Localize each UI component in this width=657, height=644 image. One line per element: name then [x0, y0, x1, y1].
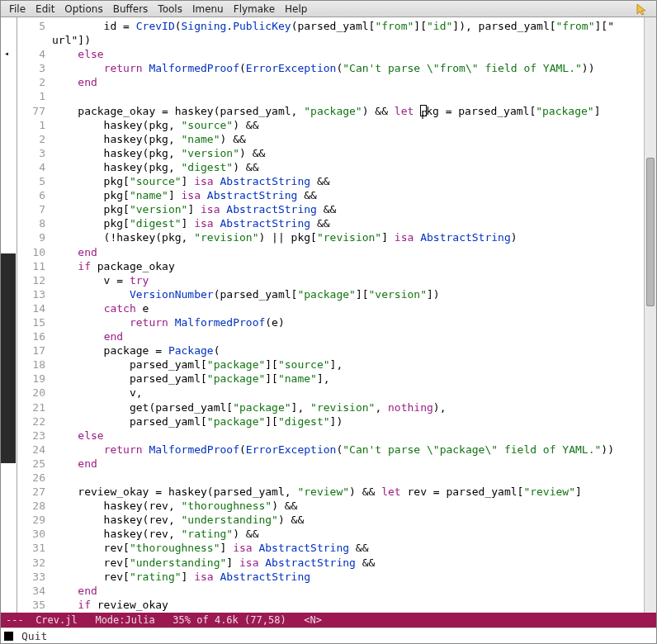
code-line: VersionNumber(parsed_yaml["package"]["ve… — [52, 287, 644, 301]
lineno: 1 — [17, 118, 52, 132]
code-line: haskey(pkg, "name") && — [52, 132, 644, 146]
modeline-position: 35% of 4.6k (77,58) — [173, 614, 286, 626]
lineno: 16 — [17, 329, 52, 343]
code-line: end — [52, 457, 644, 471]
code-line: haskey(pkg, "version") && — [52, 146, 644, 160]
code-line: get(parsed_yaml["package"], "revision", … — [52, 400, 644, 414]
fringe-left: ◂ — [1, 17, 17, 613]
scrollbar-vertical[interactable] — [644, 17, 656, 613]
lineno: 13 — [17, 287, 52, 301]
code-line: package_okay = haskey(parsed_yaml, "pack… — [52, 104, 644, 118]
code-line: (!haskey(pkg, "revision") || pkg["revisi… — [52, 230, 644, 244]
code-line — [52, 89, 644, 103]
code-line: rev["rating"] isa AbstractString — [52, 570, 644, 584]
code-line: if review_okay — [52, 598, 644, 612]
lineno: 77 — [17, 104, 52, 118]
lineno: 36 — [17, 612, 52, 613]
menu-help[interactable]: Help — [280, 3, 312, 15]
pointer-icon — [635, 2, 648, 16]
code-line: pkg["name"] isa AbstractString && — [52, 188, 644, 202]
lineno: 17 — [17, 343, 52, 358]
lineno: 5 — [17, 174, 52, 188]
lineno: 15 — [17, 315, 52, 329]
lineno: 8 — [17, 216, 52, 230]
code-line: id = CrevID(Signing.PublicKey(parsed_yam… — [52, 19, 644, 33]
menu-options[interactable]: Options — [59, 3, 107, 15]
code-line: url"]) — [52, 33, 644, 47]
lineno: 30 — [17, 527, 52, 541]
svg-marker-0 — [637, 4, 645, 15]
lineno: 14 — [17, 301, 52, 315]
code-line: end — [52, 75, 644, 89]
code-line: package = Package( — [52, 343, 644, 358]
code-line: parsed_yaml["package"]["name"], — [52, 372, 644, 386]
modeline-buffer-name[interactable]: Crev.jl — [35, 614, 78, 626]
code-line: parsed_yaml["package"]["source"], — [52, 358, 644, 372]
menu-imenu[interactable]: Imenu — [187, 3, 229, 15]
emacs-window: File Edit Options Buffers Tools Imenu Fl… — [0, 0, 657, 644]
code-line: review_okay = haskey(parsed_yaml, "revie… — [52, 485, 644, 499]
menu-file[interactable]: File — [4, 3, 31, 15]
lineno: 4 — [17, 160, 52, 174]
menu-flymake[interactable]: Flymake — [229, 3, 280, 15]
code-line: return MalformedProof(e) — [52, 315, 644, 329]
menu-edit[interactable]: Edit — [31, 3, 59, 15]
lineno: 27 — [17, 485, 52, 499]
code-line: pkg["version"] isa AbstractString && — [52, 202, 644, 216]
code-line: else — [52, 47, 644, 61]
lineno: 11 — [17, 259, 52, 273]
modeline-status: <N> — [304, 614, 322, 626]
modeline-modified: --- — [6, 614, 24, 626]
lineno: 3 — [17, 61, 52, 75]
lineno: 31 — [17, 541, 52, 555]
editor-area[interactable]: ◂ 5 id = CrevID(Signing.PublicKey(parsed… — [1, 17, 656, 613]
echo-text: Quit — [21, 630, 47, 642]
code-line: end — [52, 584, 644, 598]
lineno: 12 — [17, 273, 52, 287]
code-line: rev["understanding"] isa AbstractString … — [52, 556, 644, 570]
region-highlight-fringe — [1, 253, 16, 463]
lineno: 22 — [17, 414, 52, 429]
modeline[interactable]: --- Crev.jl Mode:Julia 35% of 4.6k (77,5… — [1, 613, 656, 627]
lineno — [17, 33, 52, 47]
lineno: 9 — [17, 230, 52, 244]
lineno: 34 — [17, 584, 52, 598]
code-line — [52, 471, 644, 485]
wrap-indicator-icon: ◂ — [4, 49, 9, 58]
lineno: 21 — [17, 400, 52, 414]
lineno: 25 — [17, 457, 52, 471]
scrollbar-thumb[interactable] — [646, 158, 655, 306]
code-line: catch e — [52, 301, 644, 315]
lineno: 20 — [17, 386, 52, 400]
code-lines[interactable]: 5 id = CrevID(Signing.PublicKey(parsed_y… — [17, 17, 644, 613]
modeline-mode[interactable]: Mode:Julia — [95, 614, 154, 626]
lineno: 7 — [17, 202, 52, 216]
code-line: v = try — [52, 273, 644, 287]
code-line: if package_okay — [52, 259, 644, 273]
lineno: 23 — [17, 429, 52, 443]
code-line: haskey(pkg, "digest") && — [52, 160, 644, 174]
lineno: 2 — [17, 75, 52, 89]
code-line: return MalformedProof(ErrorException("Ca… — [52, 443, 644, 457]
lineno: 2 — [17, 132, 52, 146]
code-line: end — [52, 245, 644, 259]
code-line: haskey(rev, "rating") && — [52, 527, 644, 541]
lineno: 4 — [17, 47, 52, 61]
menubar: File Edit Options Buffers Tools Imenu Fl… — [1, 1, 656, 17]
lineno: 6 — [17, 188, 52, 202]
code-line: parsed_yaml["package"]["digest"]) — [52, 414, 644, 429]
lineno: 32 — [17, 556, 52, 570]
menu-tools[interactable]: Tools — [153, 3, 187, 15]
code-line: haskey(pkg, "source") && — [52, 118, 644, 132]
lineno: 19 — [17, 372, 52, 386]
code-line: pkg["source"] isa AbstractString && — [52, 174, 644, 188]
lineno: 35 — [17, 598, 52, 612]
menu-buffers[interactable]: Buffers — [108, 3, 154, 15]
code-line: v, — [52, 386, 644, 400]
lineno: 5 — [17, 19, 52, 33]
code-line: pkg["digest"] isa AbstractString && — [52, 216, 644, 230]
code-line: haskey(rev, "thoroughness") && — [52, 499, 644, 513]
lineno: 10 — [17, 245, 52, 259]
code-line: return MalformedProof(ErrorException("Ca… — [52, 61, 644, 75]
lineno: 33 — [17, 570, 52, 584]
